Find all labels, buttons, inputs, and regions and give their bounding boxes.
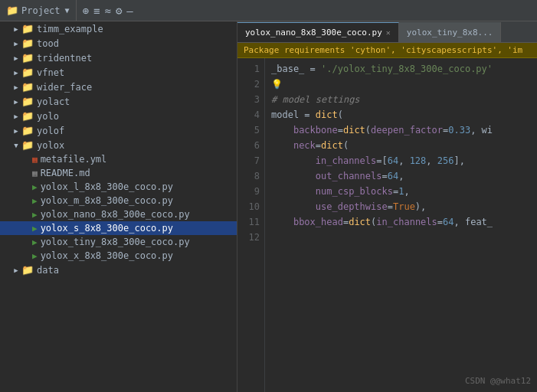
- add-icon[interactable]: ⊕: [83, 5, 89, 17]
- code-editor[interactable]: 1 2 3 4 5 6 7 8 9 10 11 12 _base_ = './y…: [237, 58, 537, 392]
- tab-yolox-tiny[interactable]: yolox_tiny_8x8...: [399, 22, 502, 42]
- project-dropdown-icon[interactable]: ▼: [65, 6, 70, 15]
- sidebar-item-timm-example[interactable]: ▶ 📁 timm_example: [0, 21, 237, 36]
- folder-icon: 📁: [21, 52, 34, 64]
- sidebar-item-label: yolact: [37, 96, 70, 107]
- line-num: 5: [237, 122, 260, 138]
- sidebar-item-yolox-nano[interactable]: ▶ yolox_nano_8x8_300e_coco.py: [0, 207, 237, 221]
- arrow-icon: ▶: [11, 98, 21, 106]
- arrow-icon: ▶: [11, 113, 21, 120]
- sidebar-item-label: yolox_l_8x8_300e_coco.py: [41, 181, 173, 192]
- line-num: 10: [237, 199, 260, 214]
- sidebar-item-yolox[interactable]: ▼ 📁 yolox: [0, 138, 237, 152]
- sidebar-item-label: yolof: [37, 126, 64, 136]
- py-file-icon: ▶: [32, 224, 38, 234]
- main-area: ▶ 📁 timm_example ▶ 📁 tood ▶ 📁 tridentnet…: [0, 21, 537, 392]
- arrow-icon: ▼: [11, 142, 21, 149]
- list-icon[interactable]: ≡: [93, 5, 100, 17]
- sidebar-item-yolox-l[interactable]: ▶ yolox_l_8x8_300e_coco.py: [0, 180, 237, 194]
- py-file-icon: ▶: [32, 196, 38, 206]
- line-num: 11: [237, 214, 260, 230]
- folder-icon: 📁: [21, 81, 34, 93]
- sidebar: ▶ 📁 timm_example ▶ 📁 tood ▶ 📁 tridentnet…: [0, 21, 237, 392]
- sidebar-item-label: yolox_s_8x8_300e_coco.py: [41, 223, 173, 234]
- sidebar-item-yolox-x[interactable]: ▶ yolox_x_8x8_300e_coco.py: [0, 249, 237, 263]
- sidebar-item-metafile[interactable]: ▦ metafile.yml: [0, 152, 237, 166]
- arrow-icon: ▶: [11, 83, 21, 91]
- code-line-9: num_csp_blocks=1,: [271, 184, 531, 199]
- sidebar-item-yolact[interactable]: ▶ 📁 yolact: [0, 94, 237, 109]
- code-content[interactable]: _base_ = './yolox_tiny_8x8_300e_coco.py'…: [265, 58, 537, 392]
- py-file-icon: ▶: [32, 251, 38, 261]
- top-bar: 📁 Project ▼ ⊕ ≡ ≈ ⚙ —: [0, 0, 537, 21]
- arrow-icon: ▶: [11, 54, 21, 62]
- arrow-icon: ▶: [11, 127, 21, 135]
- project-folder-icon: 📁: [6, 5, 18, 16]
- sidebar-item-label: README.md: [41, 168, 90, 178]
- tab-label: yolox_nano_8x8_300e_coco.py: [245, 28, 382, 38]
- tab-yolox-nano[interactable]: yolox_nano_8x8_300e_coco.py ✕: [237, 22, 399, 42]
- sidebar-item-label: tridentnet: [37, 53, 92, 64]
- sidebar-item-label: yolox_m_8x8_300e_coco.py: [41, 195, 173, 206]
- sidebar-item-label: vfnet: [37, 67, 64, 78]
- sidebar-item-yolof[interactable]: ▶ 📁 yolof: [0, 123, 237, 138]
- sidebar-item-yolox-tiny[interactable]: ▶ yolox_tiny_8x8_300e_coco.py: [0, 235, 237, 249]
- sidebar-item-wider-face[interactable]: ▶ 📁 wider_face: [0, 80, 237, 94]
- top-bar-actions: ⊕ ≡ ≈ ⚙ —: [77, 5, 139, 17]
- sidebar-item-label: wider_face: [37, 82, 92, 93]
- folder-icon: 📁: [21, 125, 34, 136]
- sidebar-item-data[interactable]: ▶ 📁 data: [0, 263, 237, 277]
- sidebar-item-yolox-s[interactable]: ▶ yolox_s_8x8_300e_coco.py: [0, 221, 237, 235]
- editor-tabs: yolox_nano_8x8_300e_coco.py ✕ yolox_tiny…: [237, 21, 537, 43]
- line-num: 8: [237, 168, 260, 184]
- sidebar-item-label: yolox_tiny_8x8_300e_coco.py: [41, 237, 190, 247]
- py-file-icon: ▶: [32, 182, 38, 192]
- sidebar-item-label: yolox_x_8x8_300e_coco.py: [41, 250, 173, 261]
- sidebar-item-tood[interactable]: ▶ 📁 tood: [0, 36, 237, 51]
- line-num: 2: [237, 77, 260, 92]
- line-num: 7: [237, 153, 260, 168]
- sidebar-item-tridentnet[interactable]: ▶ 📁 tridentnet: [0, 51, 237, 65]
- code-line-3: # model settings: [271, 92, 531, 107]
- code-line-6: neck=dict(: [271, 138, 531, 153]
- folder-icon: 📁: [21, 110, 34, 122]
- folder-icon: 📁: [21, 23, 34, 34]
- line-num: 3: [237, 92, 260, 107]
- sidebar-item-label: yolox: [37, 140, 64, 151]
- line-num: 6: [237, 138, 260, 153]
- arrow-icon: ▶: [11, 40, 21, 47]
- arrow-icon: ▶: [11, 69, 21, 77]
- line-numbers: 1 2 3 4 5 6 7 8 9 10 11 12: [237, 58, 265, 392]
- settings-icon[interactable]: ⚙: [116, 5, 122, 17]
- folder-icon: 📁: [21, 139, 34, 151]
- folder-icon: 📁: [21, 67, 34, 78]
- sidebar-item-label: timm_example: [37, 24, 103, 34]
- tab-close-button[interactable]: ✕: [386, 28, 391, 37]
- yml-file-icon: ▦: [32, 155, 38, 165]
- sort-icon[interactable]: ≈: [104, 5, 110, 17]
- code-line-10: use_depthwise=True),: [271, 199, 531, 214]
- editor-area: yolox_nano_8x8_300e_coco.py ✕ yolox_tiny…: [237, 21, 537, 392]
- code-line-5: backbone=dict(deepen_factor=0.33, wi: [271, 122, 531, 138]
- project-title: Project: [21, 5, 61, 16]
- code-line-2: 💡: [271, 77, 531, 92]
- py-file-icon: ▶: [32, 237, 38, 247]
- sidebar-item-yolo[interactable]: ▶ 📁 yolo: [0, 109, 237, 123]
- folder-icon: 📁: [21, 96, 34, 107]
- project-label[interactable]: 📁 Project ▼: [0, 0, 77, 21]
- folder-icon: 📁: [21, 38, 34, 49]
- warning-banner: Package requirements 'cython', 'cityscap…: [237, 43, 537, 58]
- code-line-12: [271, 230, 531, 245]
- code-line-11: bbox_head=dict(in_channels=64, feat_: [271, 214, 531, 230]
- sidebar-item-label: metafile.yml: [41, 154, 107, 165]
- folder-icon: 📁: [21, 264, 34, 276]
- line-num: 9: [237, 184, 260, 199]
- minimize-icon[interactable]: —: [126, 5, 133, 17]
- sidebar-item-yolox-m[interactable]: ▶ yolox_m_8x8_300e_coco.py: [0, 194, 237, 207]
- line-num: 12: [237, 230, 260, 245]
- sidebar-item-label: yolox_nano_8x8_300e_coco.py: [41, 209, 190, 220]
- warning-text: Package requirements 'cython', 'cityscap…: [244, 45, 522, 55]
- sidebar-item-vfnet[interactable]: ▶ 📁 vfnet: [0, 65, 237, 80]
- code-line-8: out_channels=64,: [271, 168, 531, 184]
- sidebar-item-readme[interactable]: ▦ README.md: [0, 166, 237, 180]
